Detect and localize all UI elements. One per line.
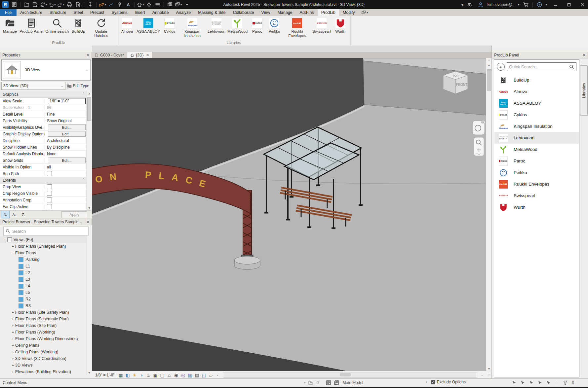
add-library-button[interactable]: + [497,63,505,71]
undo-icon[interactable]: ▾ [48,1,57,9]
property-row-detail-level[interactable]: Detail LevelFine [0,111,87,118]
worksets-caret-icon[interactable]: ▾ [304,381,306,384]
library-item-wurth[interactable]: Wurth [494,201,579,213]
expand-toggle-icon[interactable]: + [11,317,15,321]
view-tab-3d[interactable]: {3D}✕ [127,52,152,58]
value-input[interactable]: 1/8" = 1'-0" [48,98,86,104]
cart-icon[interactable] [522,1,530,9]
tree-item-ceiling-plans-working[interactable]: +Ceiling Plans (Working) [0,349,87,355]
library-item-ruukki-envelopes[interactable]: ruukkiRuukki Envelopes [494,178,579,190]
project-browser-scrollbar[interactable]: ▼ [86,236,92,375]
tab-architecture[interactable]: Architecture [17,9,46,16]
open-icon[interactable] [22,1,31,9]
ribbon-button-assa-abloy[interactable]: ASSA ABLOYASSA ABLOY [136,17,161,34]
tree-item-parking[interactable]: Parking [0,256,87,263]
reveal-hidden-icon[interactable]: ◎ [180,372,187,378]
ribbon-button-metsawood[interactable]: MetsaWood [226,17,249,34]
tree-item-floor-plans-schematic-plan[interactable]: +Floor Plans (Schematic Plan) [0,316,87,322]
tab-steel[interactable]: Steel [70,9,87,16]
property-row-parts-visibility[interactable]: Parts VisibilityShow Original [0,118,87,124]
canvas-horizontal-scrollbar[interactable] [223,372,477,378]
tab-analyze[interactable]: Analyze [173,9,194,16]
library-item-alnova[interactable]: AlnovaAlnova [494,86,579,97]
worksharing-display-icon[interactable]: ▥ [187,372,194,378]
expand-toggle-icon[interactable]: + [11,363,15,367]
view-scale[interactable]: 1/8" = 1'-0" [95,373,115,377]
sort-za-button[interactable]: Z↓ [20,211,28,218]
tree-item-l4[interactable]: L4 [0,283,87,289]
resize-grip[interactable]: .:: [486,373,492,377]
ribbon-button-buildup[interactable]: BuildUp [70,17,87,34]
property-row-far-clip-active[interactable]: Far Clip Active [0,203,87,210]
help-caret-icon[interactable]: ▾ [546,3,547,6]
measure-icon[interactable]: ▾ [98,1,107,9]
minimize-button[interactable] [550,0,561,9]
tree-item-l2[interactable]: L2 [0,269,87,276]
expand-toggle-icon[interactable]: + [11,337,15,341]
view-tab-close-icon[interactable]: ✕ [146,53,149,57]
tab-precast[interactable]: Precast [87,9,108,16]
tab-collaborate[interactable]: Collaborate [229,9,258,16]
ribbon-button-lehtovuori[interactable]: LEHTOVUORIFINBINLehtovuori [207,17,226,34]
expand-toggle-icon[interactable]: + [11,370,15,374]
ribbon-button-alnova[interactable]: AlnovaAlnova [118,17,136,34]
drag-on-selection-icon[interactable] [545,380,551,386]
file-menu-icon[interactable] [10,1,19,9]
ribbon-button-ruukki-envelopes[interactable]: ruukkiRuukki Envelopes [283,17,311,38]
temporary-view-properties-icon[interactable]: ▤ [194,372,201,378]
save-icon[interactable] [31,1,39,9]
tree-item-floor-plans-site-plan[interactable]: +Floor Plans (Site Plan) [0,322,87,329]
expand-toggle-icon[interactable]: + [11,350,15,354]
sort-default-button[interactable]: ⇅ [1,211,10,218]
property-row-annotation-crop[interactable]: Annotation Crop [0,197,87,203]
tree-item-r3[interactable]: R3 [0,302,87,309]
expand-toggle-icon[interactable]: + [11,310,15,314]
library-item-lehtovuori[interactable]: LEHTOVUORIFINBINLehtovuori [494,132,579,144]
property-row-sun-path[interactable]: Sun Path [0,170,87,177]
crop-view-icon[interactable]: ▣ [152,372,159,378]
temporary-hide-isolate-icon[interactable]: ◉ [173,372,180,378]
checkbox[interactable] [47,197,52,202]
switch-windows-icon[interactable]: ▾ [174,1,183,9]
tree-item-views-fe[interactable]: −Views (Fe) [0,236,87,243]
checkbox[interactable] [47,171,52,176]
project-browser-search[interactable]: Search [3,227,89,236]
view-tab-g000-cover[interactable]: G000 - Cover [92,52,127,58]
library-item-peikko[interactable]: Peikko [494,167,579,178]
tab-view[interactable]: View [258,9,274,16]
checkbox[interactable] [47,191,52,196]
tree-item-r2[interactable]: R2 [0,296,87,302]
tab-manage[interactable]: Manage [274,9,296,16]
ribbon-display-toggle-icon[interactable]: ▾ [359,9,371,16]
revit-logo[interactable]: R [2,1,9,8]
property-row-visibility-graphics-ove[interactable]: Visibility/Graphics Ove...Edit... [0,124,87,131]
print-icon[interactable] [65,1,74,9]
library-item-paroc[interactable]: PAROCParoc [494,155,579,167]
user-icon[interactable] [476,1,485,9]
property-row-crop-view[interactable]: Crop View [0,184,87,190]
signed-in-user[interactable]: kim.sivonen@... [487,2,516,7]
property-row-show-hidden-lines[interactable]: Show Hidden LinesBy Discipline [0,144,87,151]
analytical-model-icon[interactable]: ◫ [201,372,208,378]
select-underlay-icon[interactable] [519,380,525,386]
ribbon-button-online-search[interactable]: Online search [44,17,70,34]
property-row-visible-in-option[interactable]: Visible In Optionall [0,164,87,170]
render-dialog-icon[interactable]: ♨ [145,372,152,378]
thin-lines-icon[interactable] [153,1,162,9]
tab-file[interactable]: File [0,9,17,16]
default-3d-view-icon[interactable]: ▾ [136,1,145,9]
design-options-icon[interactable] [333,380,339,386]
close-inactive-windows-icon[interactable] [166,1,174,9]
select-links-icon[interactable] [511,380,517,386]
property-row-default-analysis-displa[interactable]: Default Analysis Displa...None [0,151,87,157]
help-icon[interactable]: ? [535,1,544,9]
ribbon-button-swisspearl[interactable]: SWISSPEARLSwisspearl [311,17,332,34]
hscroll-right-icon[interactable]: › [479,372,486,378]
tree-item-elevations-building-elevation[interactable]: +Elevations (Building Elevation) [0,369,87,375]
tree-item-floor-plans-life-safety-plan[interactable]: +Floor Plans (Life Safety Plan) [0,309,87,316]
properties-scrollbar[interactable]: ▲▼ [86,91,92,210]
expand-toggle-icon[interactable]: + [11,357,15,361]
exclude-caret-icon[interactable]: ▾ [426,380,427,384]
tab-insert[interactable]: Insert [131,9,148,16]
hscroll-left-icon[interactable]: ‹ [215,372,221,378]
